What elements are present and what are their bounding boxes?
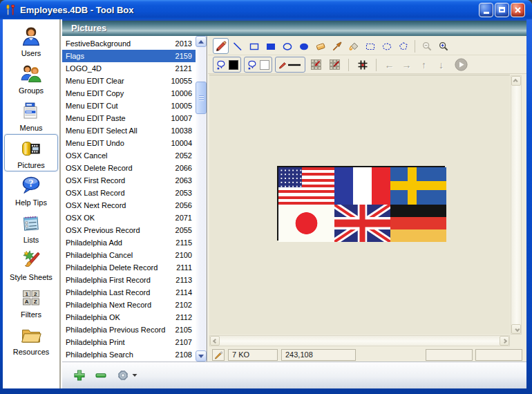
picture-list-item[interactable]: Philadelphia Search2108: [62, 348, 196, 361]
remove-picture-button[interactable]: [93, 368, 108, 383]
picture-list-item[interactable]: Philadelphia Last Record2114: [62, 286, 196, 299]
picture-id: 2013: [167, 39, 196, 48]
titlebar[interactable]: Employees.4DB - Tool Box: [0, 0, 532, 19]
line-button[interactable]: [229, 38, 245, 54]
sidebar-item-label: Filters: [21, 310, 41, 319]
foreground-color-button[interactable]: [213, 57, 241, 73]
picture-id: 2071: [167, 214, 196, 222]
sidebar-item-label: Users: [21, 49, 41, 57]
line-style-button[interactable]: [275, 57, 305, 73]
picture-list-item[interactable]: OSX Next Record2056: [62, 199, 196, 212]
grid-toggle-button[interactable]: [354, 57, 370, 73]
picture-list-item[interactable]: OSX First Record2063: [62, 174, 196, 187]
flag-germany: [390, 205, 446, 242]
nudge-down-button[interactable]: ↓: [434, 57, 448, 73]
options-toolbar: ←→↑↓: [208, 56, 526, 74]
sidebar-item-pictures[interactable]: Pictures: [4, 134, 58, 171]
picture-id: 2112: [167, 313, 196, 321]
sidebar-item-groups[interactable]: Groups: [4, 59, 58, 97]
sidebar-item-label: Pictures: [17, 161, 45, 169]
picture-list-item[interactable]: Flags2159: [62, 50, 196, 62]
arrow-down-icon: [198, 355, 204, 358]
picture-list-item[interactable]: Menu EDIT Paste10007: [62, 112, 196, 124]
rect-button[interactable]: [246, 38, 262, 54]
select-rect-button[interactable]: [362, 38, 378, 54]
picture-canvas[interactable]: [209, 75, 510, 335]
picture-name: Menu EDIT Copy: [62, 89, 167, 97]
picture-list-item[interactable]: Philadelphia OK2112: [62, 311, 196, 323]
picture-name: Philadelphia OK: [62, 313, 167, 321]
flag-france: [334, 167, 390, 205]
oval-button[interactable]: [279, 38, 295, 54]
picture-list-item[interactable]: Philadelphia First Record2113: [62, 274, 196, 286]
picture-list: FestiveBackground2013Flags2159LOGO_4D212…: [62, 36, 207, 362]
grid-draw-button[interactable]: [327, 57, 343, 73]
picture-list-item[interactable]: OSX Delete Record2066: [62, 162, 196, 174]
nudge-up-button[interactable]: ↑: [417, 57, 431, 73]
eyedropper-button[interactable]: [329, 38, 345, 54]
picture-list-item[interactable]: Philadelphia Print2107: [62, 336, 196, 348]
picture-name: OSX Cancel: [62, 151, 167, 160]
close-icon: [514, 6, 522, 14]
picture-list-item[interactable]: Philadelphia Previous Record2105: [62, 323, 196, 336]
toolbar-separator: [348, 59, 349, 71]
picture-list-item[interactable]: Philadelphia Delete Record2111: [62, 261, 196, 274]
canvas-hscrollbar[interactable]: [209, 335, 510, 346]
rect-filled-button[interactable]: [263, 38, 278, 54]
settings-menu-button[interactable]: [115, 367, 139, 384]
picture-list-item[interactable]: LOGO_4D2121: [62, 62, 196, 75]
background-color-button[interactable]: [244, 57, 272, 73]
toolbar-separator: [415, 40, 415, 53]
sidebar-item-filters[interactable]: 12AZFilters: [4, 283, 58, 321]
sidebar-item-users[interactable]: Users: [4, 22, 58, 59]
picture-list-item[interactable]: OSX Cancel2052: [62, 149, 196, 162]
minimize-button[interactable]: [479, 3, 493, 17]
canvas-scroll-right-button[interactable]: [500, 336, 509, 346]
scroll-thumb[interactable]: [196, 82, 207, 114]
sidebar-item-resources[interactable]: Resources: [4, 321, 58, 358]
section-header: Pictures: [62, 19, 526, 36]
picture-list-item[interactable]: FestiveBackground2013: [62, 37, 196, 50]
zoom-out-button[interactable]: [419, 38, 435, 54]
picture-name: OSX Previous Record: [62, 226, 167, 234]
add-picture-button[interactable]: [72, 368, 87, 383]
picture-list-item[interactable]: Menu EDIT Undo10004: [62, 137, 196, 149]
minimize-icon: [484, 12, 489, 14]
close-button[interactable]: [511, 3, 525, 17]
picture-list-item[interactable]: Menu EDIT Cut10005: [62, 100, 196, 112]
play-button[interactable]: [453, 57, 469, 73]
picture-list-item[interactable]: OSX OK2071: [62, 212, 196, 224]
picture-list-item[interactable]: OSX Previous Record2055: [62, 224, 196, 236]
zoom-in-button[interactable]: [435, 38, 451, 54]
pencil-button[interactable]: [213, 38, 229, 54]
scroll-up-button[interactable]: [196, 36, 207, 47]
nudge-right-button[interactable]: →: [399, 57, 414, 73]
picture-list-item[interactable]: Menu EDIT Select All10038: [62, 124, 196, 137]
picture-list-item[interactable]: Philadelphia Add2115: [62, 236, 196, 249]
select-oval-button[interactable]: [379, 38, 395, 54]
maximize-button[interactable]: [495, 3, 509, 17]
canvas-scroll-left-button[interactable]: [210, 336, 220, 346]
scroll-down-button[interactable]: [196, 350, 207, 362]
picture-list-item[interactable]: Menu EDIT Clear10055: [62, 75, 196, 87]
eraser-button[interactable]: [312, 38, 328, 54]
nudge-left-button[interactable]: ←: [382, 57, 397, 73]
sidebar-item-style-sheets[interactable]: Style Sheets: [4, 246, 58, 283]
picture-list-item[interactable]: Philadelphia Next Record2102: [62, 299, 196, 311]
grid-zoom-button[interactable]: [308, 57, 324, 73]
sidebar-item-help-tips[interactable]: ?Help Tips: [4, 171, 58, 209]
oval-filled-button[interactable]: [296, 38, 312, 54]
canvas-scroll-down-button[interactable]: [511, 324, 521, 334]
picture-name: LOGO_4D: [62, 64, 167, 73]
canvas-vscrollbar[interactable]: [511, 75, 522, 335]
picture-list-item[interactable]: OSX Last Record2053: [62, 187, 196, 199]
canvas-scroll-up-button[interactable]: [511, 76, 521, 86]
picture-id: 2052: [167, 151, 196, 160]
picture-list-item[interactable]: Menu EDIT Copy10006: [62, 87, 196, 100]
list-scrollbar[interactable]: [196, 36, 207, 362]
paint-bucket-button[interactable]: [345, 38, 361, 54]
sidebar-item-lists[interactable]: Lists: [4, 209, 58, 246]
picture-list-item[interactable]: Philadelphia Cancel2100: [62, 249, 196, 261]
sidebar-item-menus[interactable]: Menus: [4, 97, 58, 134]
select-lasso-button[interactable]: [395, 38, 411, 54]
